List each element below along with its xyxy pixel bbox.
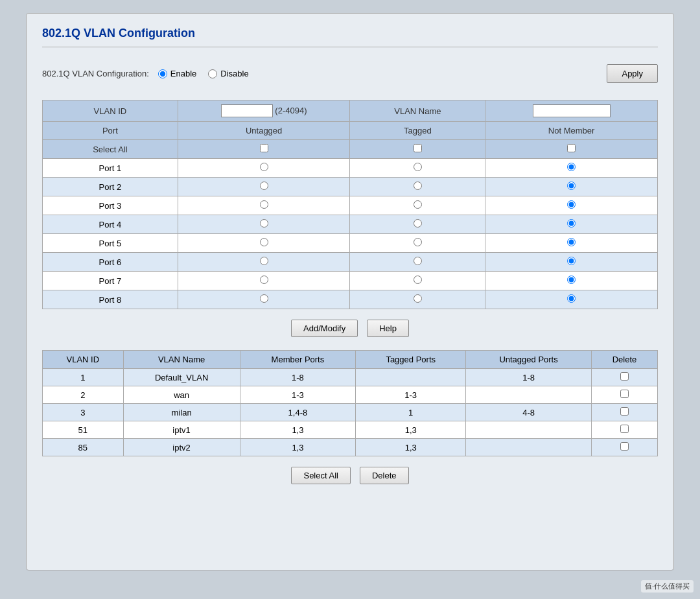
list-delete-checkbox-cell[interactable] bbox=[591, 421, 657, 439]
list-untagged-ports: 1-8 bbox=[466, 369, 592, 386]
table-row: Port 4 bbox=[43, 215, 658, 234]
not-member-radio[interactable] bbox=[567, 294, 576, 303]
tagged-radio[interactable] bbox=[414, 200, 422, 209]
port-tagged-radio[interactable] bbox=[350, 253, 485, 272]
help-button[interactable]: Help bbox=[367, 320, 409, 337]
vlan-name-input-cell[interactable] bbox=[485, 100, 658, 122]
page-title: 802.1Q VLAN Configuration bbox=[42, 27, 658, 47]
port-tagged-radio[interactable] bbox=[350, 215, 485, 234]
not-member-radio[interactable] bbox=[567, 200, 576, 209]
untagged-radio[interactable] bbox=[260, 276, 268, 284]
port-tagged-radio[interactable] bbox=[350, 159, 485, 178]
vlan-id-input[interactable] bbox=[221, 104, 273, 117]
tagged-radio[interactable] bbox=[414, 294, 422, 303]
delete-checkbox[interactable] bbox=[620, 442, 629, 451]
untagged-radio[interactable] bbox=[260, 257, 268, 265]
port-not-member-radio[interactable] bbox=[485, 159, 658, 178]
select-all-untagged-checkbox[interactable] bbox=[260, 144, 268, 152]
delete-button[interactable]: Delete bbox=[360, 467, 409, 484]
untagged-radio[interactable] bbox=[260, 163, 268, 171]
disable-radio[interactable] bbox=[208, 69, 217, 78]
port-untagged-radio[interactable] bbox=[178, 178, 350, 196]
port-untagged-radio[interactable] bbox=[178, 272, 350, 290]
port-not-member-radio[interactable] bbox=[485, 290, 658, 309]
not-member-radio[interactable] bbox=[567, 182, 576, 190]
port-tagged-radio[interactable] bbox=[350, 272, 485, 290]
select-all-button[interactable]: Select All bbox=[291, 467, 350, 484]
disable-label: Disable bbox=[220, 69, 248, 78]
port-name: Port 7 bbox=[43, 272, 178, 290]
select-all-tagged[interactable] bbox=[350, 140, 485, 159]
port-untagged-radio[interactable] bbox=[178, 215, 350, 234]
apply-button[interactable]: Apply bbox=[607, 64, 658, 83]
select-all-not-member[interactable] bbox=[485, 140, 658, 159]
delete-checkbox[interactable] bbox=[620, 390, 629, 398]
list-tagged-ports: 1,3 bbox=[356, 421, 466, 439]
list-delete-checkbox-cell[interactable] bbox=[591, 369, 657, 386]
port-tagged-radio[interactable] bbox=[350, 178, 485, 196]
list-member-ports: 1,3 bbox=[240, 439, 356, 456]
port-not-member-radio[interactable] bbox=[485, 196, 658, 215]
port-not-member-radio[interactable] bbox=[485, 253, 658, 272]
add-modify-button[interactable]: Add/Modify bbox=[291, 320, 358, 337]
not-member-radio[interactable] bbox=[567, 163, 576, 171]
table-row: Port 3 bbox=[43, 196, 658, 215]
list-item: 3 milan 1,4-8 1 4-8 bbox=[43, 404, 658, 421]
list-member-ports: 1-8 bbox=[240, 369, 356, 386]
select-all-not-member-checkbox[interactable] bbox=[567, 144, 576, 152]
tagged-radio[interactable] bbox=[414, 163, 422, 171]
tagged-radio[interactable] bbox=[414, 276, 422, 284]
enable-radio-label[interactable]: Enable bbox=[158, 69, 196, 78]
config-label: 802.1Q VLAN Configuration: bbox=[42, 69, 149, 78]
port-untagged-radio[interactable] bbox=[178, 196, 350, 215]
not-member-radio[interactable] bbox=[567, 238, 576, 246]
delete-checkbox[interactable] bbox=[620, 407, 629, 416]
port-untagged-radio[interactable] bbox=[178, 159, 350, 178]
vlan-name-input[interactable] bbox=[533, 104, 611, 117]
config-btn-row: Add/Modify Help bbox=[42, 320, 658, 337]
not-member-radio[interactable] bbox=[567, 257, 576, 265]
untagged-radio[interactable] bbox=[260, 182, 268, 190]
port-name: Port 8 bbox=[43, 290, 178, 309]
select-all-label: Select All bbox=[43, 140, 178, 159]
port-untagged-radio[interactable] bbox=[178, 290, 350, 309]
port-name: Port 2 bbox=[43, 178, 178, 196]
port-tagged-radio[interactable] bbox=[350, 290, 485, 309]
tagged-radio[interactable] bbox=[414, 182, 422, 190]
not-member-radio[interactable] bbox=[567, 276, 576, 284]
port-tagged-radio[interactable] bbox=[350, 196, 485, 215]
list-delete-checkbox-cell[interactable] bbox=[591, 404, 657, 421]
untagged-radio[interactable] bbox=[260, 238, 268, 246]
delete-checkbox[interactable] bbox=[620, 372, 629, 381]
port-not-member-radio[interactable] bbox=[485, 178, 658, 196]
tagged-radio[interactable] bbox=[414, 219, 422, 228]
list-vlan-name: iptv1 bbox=[123, 421, 240, 439]
port-not-member-radio[interactable] bbox=[485, 215, 658, 234]
not-member-radio[interactable] bbox=[567, 219, 576, 228]
tagged-radio[interactable] bbox=[414, 238, 422, 246]
port-tagged-radio[interactable] bbox=[350, 234, 485, 253]
list-vlan-name-header: VLAN Name bbox=[123, 351, 240, 369]
vlan-id-input-cell[interactable]: (2-4094) bbox=[178, 100, 350, 122]
vlan-id-placeholder: (2-4094) bbox=[275, 106, 307, 115]
port-untagged-radio[interactable] bbox=[178, 253, 350, 272]
delete-checkbox[interactable] bbox=[620, 425, 629, 433]
list-vlan-id: 51 bbox=[43, 421, 124, 439]
list-delete-checkbox-cell[interactable] bbox=[591, 439, 657, 456]
untagged-radio[interactable] bbox=[260, 219, 268, 228]
untagged-radio[interactable] bbox=[260, 294, 268, 303]
port-not-member-radio[interactable] bbox=[485, 234, 658, 253]
list-tagged-ports: 1-3 bbox=[356, 386, 466, 404]
list-item: 2 wan 1-3 1-3 bbox=[43, 386, 658, 404]
list-delete-checkbox-cell[interactable] bbox=[591, 386, 657, 404]
list-tagged-ports: 1,3 bbox=[356, 439, 466, 456]
select-all-untagged[interactable] bbox=[178, 140, 350, 159]
enable-radio[interactable] bbox=[158, 69, 167, 78]
select-all-tagged-checkbox[interactable] bbox=[414, 144, 422, 152]
tagged-radio[interactable] bbox=[414, 257, 422, 265]
port-untagged-radio[interactable] bbox=[178, 234, 350, 253]
port-not-member-radio[interactable] bbox=[485, 272, 658, 290]
untagged-radio[interactable] bbox=[260, 200, 268, 209]
disable-radio-label[interactable]: Disable bbox=[208, 69, 248, 78]
table-row: Port 2 bbox=[43, 178, 658, 196]
